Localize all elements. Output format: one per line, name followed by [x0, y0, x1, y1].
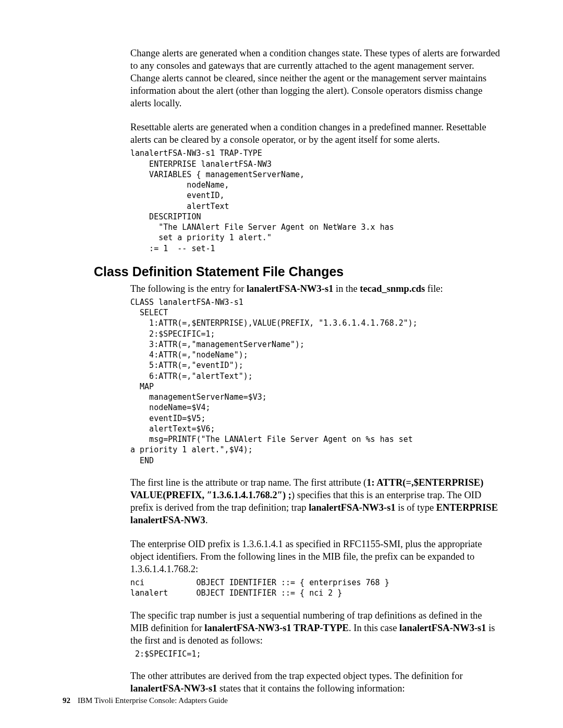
p3c: is of type	[396, 502, 436, 513]
paragraph-oid-prefix: The enterprise OID prefix is 1.3.6.1.4.1…	[130, 538, 500, 575]
code-trap-type: lanalertFSA-NW3-s1 TRAP-TYPE ENTERPRISE …	[130, 148, 500, 254]
code-specific: 2:$SPECIFIC=1;	[130, 649, 500, 659]
intro-file-name: tecad_snmp.cds	[360, 283, 425, 294]
p3-trapname: lanalertFSA-NW3-s1	[309, 502, 395, 513]
intro-trap-name: lanalertFSA-NW3-s1	[247, 283, 333, 294]
page-footer: 92IBM Tivoli Enterprise Console: Adapter…	[63, 696, 228, 705]
footer-title: IBM Tivoli Enterprise Console: Adapters …	[78, 696, 228, 705]
paragraph-change-alerts: Change alerts are generated when a condi…	[130, 47, 500, 109]
intro-pre: The following is the entry for	[130, 283, 247, 294]
page-number: 92	[63, 696, 70, 705]
heading-class-definition: Class Definition Statement File Changes	[94, 264, 500, 279]
p3d: .	[205, 515, 208, 525]
page: Change alerts are generated when a condi…	[0, 0, 563, 728]
body-column: Change alerts are generated when a condi…	[130, 47, 500, 146]
p5-trap-type: lanalertFSA-NW3-s1 TRAP-TYPE	[204, 623, 349, 633]
p6b: states that it contains the following in…	[217, 683, 405, 694]
paragraph-other-attributes: The other attributes are derived from th…	[130, 670, 500, 695]
p5b: . In this case	[349, 623, 399, 633]
paragraph-first-line: The first line is the attribute or trap …	[130, 476, 500, 575]
p6a: The other attributes are derived from th…	[130, 671, 463, 681]
code-object-identifiers: nci OBJECT IDENTIFIER ::= { enterprises …	[130, 577, 500, 599]
p5-trapname: lanalertFSA-NW3-s1	[399, 623, 486, 633]
paragraph-resettable-alerts: Resettable alerts are generated when a c…	[130, 121, 500, 146]
code-class-def: CLASS lanalertFSA-NW3-s1 SELECT 1:ATTR(=…	[130, 297, 500, 466]
paragraph-specific-trap: The specific trap number is just a seque…	[130, 609, 500, 647]
intro-mid: in the	[333, 283, 360, 294]
p6-trapname: lanalertFSA-NW3-s1	[130, 683, 217, 694]
p3a: The first line is the attribute or trap …	[130, 477, 366, 488]
intro-line: The following is the entry for lanalertF…	[130, 282, 500, 295]
intro-post: file:	[425, 283, 443, 294]
